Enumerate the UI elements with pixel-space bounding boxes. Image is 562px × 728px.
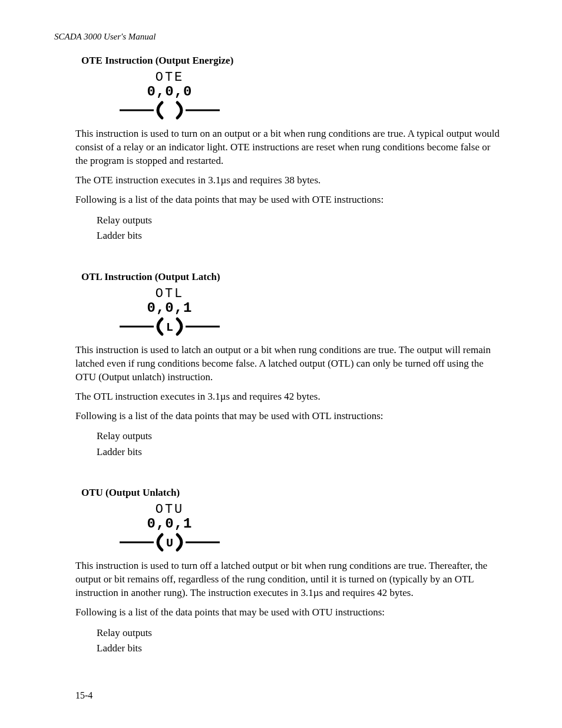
diagram-mnemonic: OTU bbox=[111, 503, 229, 516]
paragraph: This instruction is used to turn off a l… bbox=[75, 559, 503, 600]
page-body: SCADA 3000 User's Manual OTE Instruction… bbox=[0, 0, 562, 707]
paragraph: Following is a list of the data points t… bbox=[75, 410, 503, 423]
paragraph: The OTL instruction executes in 3.1µs an… bbox=[75, 390, 503, 404]
ladder-diagram-otu: OTU 0,0,1 U bbox=[111, 503, 229, 552]
data-point-list: Relay outputs Ladder bits bbox=[97, 213, 503, 244]
list-item: Ladder bits bbox=[97, 228, 503, 243]
data-point-list: Relay outputs Ladder bits bbox=[97, 625, 503, 657]
svg-text:L: L bbox=[166, 321, 173, 334]
coil-unlatch-symbol-icon: U bbox=[111, 532, 229, 552]
list-item: Ladder bits bbox=[97, 444, 503, 460]
section-otu: OTU (Output Unlatch) OTU 0,0,1 U This in… bbox=[75, 487, 503, 657]
paragraph: This instruction is used to latch an out… bbox=[75, 344, 503, 384]
ladder-diagram-otl: OTL 0,0,1 L bbox=[111, 288, 229, 337]
section-heading: OTL Instruction (Output Latch) bbox=[81, 271, 503, 283]
diagram-address: 0,0,0 bbox=[111, 84, 229, 99]
diagram-mnemonic: OTE bbox=[111, 71, 229, 84]
paragraph: Following is a list of the data points t… bbox=[75, 193, 503, 207]
paragraph: Following is a list of the data points t… bbox=[75, 606, 503, 620]
list-item: Ladder bits bbox=[97, 641, 503, 656]
data-point-list: Relay outputs Ladder bits bbox=[97, 429, 503, 460]
section-ote: OTE Instruction (Output Energize) OTE 0,… bbox=[75, 55, 503, 244]
ladder-diagram-ote: OTE 0,0,0 bbox=[111, 71, 229, 120]
coil-latch-symbol-icon: L bbox=[111, 317, 229, 337]
svg-text:U: U bbox=[166, 536, 173, 550]
diagram-address: 0,0,1 bbox=[111, 516, 229, 531]
diagram-mnemonic: OTL bbox=[111, 288, 229, 301]
paragraph: The OTE instruction executes in 3.1µs an… bbox=[75, 174, 503, 187]
section-heading: OTE Instruction (Output Energize) bbox=[81, 55, 503, 67]
paragraph: This instruction is used to turn on an o… bbox=[75, 127, 503, 168]
section-heading: OTU (Output Unlatch) bbox=[81, 487, 503, 499]
section-otl: OTL Instruction (Output Latch) OTL 0,0,1… bbox=[75, 271, 503, 460]
coil-symbol-icon bbox=[111, 100, 229, 120]
page-number: 15-4 bbox=[75, 690, 92, 701]
diagram-address: 0,0,1 bbox=[111, 301, 229, 315]
running-head: SCADA 3000 User's Manual bbox=[54, 32, 503, 42]
list-item: Relay outputs bbox=[97, 625, 503, 641]
list-item: Relay outputs bbox=[97, 429, 503, 444]
list-item: Relay outputs bbox=[97, 213, 503, 228]
